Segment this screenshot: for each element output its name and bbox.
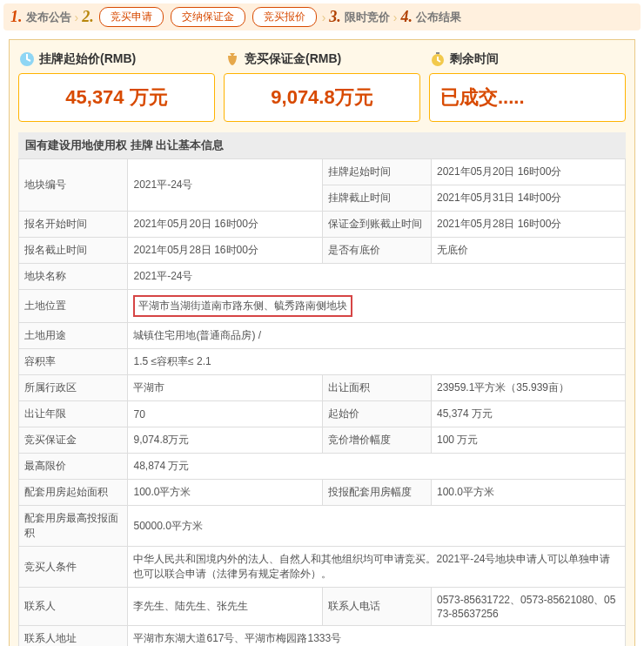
label-land-use: 土地用途 bbox=[19, 323, 128, 349]
value-list-start: 2021年05月20日 16时00分 bbox=[431, 159, 625, 185]
table-row: 竞买人条件 中华人民共和国境内外的法人、自然人和其他组织均可申请竞买。2021平… bbox=[19, 547, 626, 588]
metric-deposit-label: 竞买保证金(RMB) bbox=[245, 51, 341, 67]
label-start-price: 起始价 bbox=[322, 401, 431, 427]
label-location: 土地位置 bbox=[19, 290, 128, 323]
value-contact-tel: 0573-85631722、0573-85621080、0573-8563725… bbox=[431, 588, 625, 626]
table-row: 联系人地址 平湖市东湖大道617号、平湖市梅园路1333号 bbox=[19, 626, 626, 647]
metric-time-left-head: 剩余时间 bbox=[429, 50, 626, 68]
label-has-reserve: 是否有底价 bbox=[322, 238, 431, 264]
value-increment: 100 万元 bbox=[431, 427, 625, 454]
metric-time-left-value: 已成交..... bbox=[429, 73, 626, 122]
table-row: 报名截止时间 2021年05月28日 16时00分 是否有底价 无底价 bbox=[19, 238, 626, 264]
value-ptf-max: 50000.0平方米 bbox=[128, 506, 626, 547]
table-row: 联系人 李先生、陆先生、张先生 联系人电话 0573-85631722、0573… bbox=[19, 588, 626, 626]
value-district: 平湖市 bbox=[128, 375, 322, 401]
label-far: 容积率 bbox=[19, 349, 128, 375]
value-deposit-deadline: 2021年05月28日 16时00分 bbox=[431, 212, 625, 238]
listing-card: 挂牌起始价(RMB) 45,374 万元 竞买保证金(RMB) 9,074.8万… bbox=[9, 39, 635, 646]
table-row: 所属行政区 平湖市 出让面积 23959.1平方米（35.939亩） bbox=[19, 375, 626, 401]
label-ptf-max: 配套用房最高投报面积 bbox=[19, 506, 128, 547]
step-2-pill-apply: 竞买申请 bbox=[99, 7, 164, 27]
label-area: 出让面积 bbox=[322, 375, 431, 401]
label-years: 出让年限 bbox=[19, 401, 128, 427]
process-steps-bar: 1. 发布公告 › 2. 竞买申请 交纳保证金 竞买报价 › 3. 限时竞价 ›… bbox=[3, 3, 641, 30]
value-max-price: 48,874 万元 bbox=[128, 454, 626, 480]
step-sep: › bbox=[75, 10, 79, 24]
step-3-label: 限时竞价 bbox=[345, 10, 390, 25]
timer-icon bbox=[429, 50, 446, 68]
value-bid-deposit: 9,074.8万元 bbox=[128, 427, 322, 454]
label-deposit-deadline: 保证金到账截止时间 bbox=[322, 212, 431, 238]
metric-deposit-value: 9,074.8万元 bbox=[224, 73, 420, 122]
label-ptf-start: 配套用房起始面积 bbox=[19, 480, 128, 506]
basic-info-table: 地块编号 2021平-24号 挂牌起始时间 2021年05月20日 16时00分… bbox=[18, 158, 626, 646]
metric-start-price-head: 挂牌起始价(RMB) bbox=[18, 50, 215, 68]
metrics-row: 挂牌起始价(RMB) 45,374 万元 竞买保证金(RMB) 9,074.8万… bbox=[18, 50, 626, 122]
table-row: 土地用途 城镇住宅用地(普通商品房) / bbox=[19, 323, 626, 349]
value-land-use: 城镇住宅用地(普通商品房) / bbox=[128, 323, 626, 349]
step-1-num: 1. bbox=[10, 8, 23, 26]
label-district: 所属行政区 bbox=[19, 375, 128, 401]
table-row: 地块名称 2021平-24号 bbox=[19, 264, 626, 290]
label-contact: 联系人 bbox=[19, 588, 128, 626]
value-contact: 李先生、陆先生、张先生 bbox=[128, 588, 322, 626]
metric-start-price-label: 挂牌起始价(RMB) bbox=[39, 51, 136, 67]
label-bid-deposit: 竞买保证金 bbox=[19, 427, 128, 454]
value-plot-id: 2021平-24号 bbox=[128, 159, 322, 212]
step-3-num: 3. bbox=[329, 8, 341, 26]
step-sep: › bbox=[393, 10, 398, 24]
label-plot-id: 地块编号 bbox=[19, 159, 128, 212]
table-row: 配套用房最高投报面积 50000.0平方米 bbox=[19, 506, 626, 547]
step-1-label: 发布公告 bbox=[26, 10, 71, 25]
step-2-pill-deposit: 交纳保证金 bbox=[171, 7, 245, 27]
value-plot-name: 2021平-24号 bbox=[128, 264, 626, 290]
value-ptf-increment: 100.0平方米 bbox=[431, 480, 625, 506]
metric-start-price-value: 45,374 万元 bbox=[18, 73, 215, 122]
label-apply-end: 报名截止时间 bbox=[19, 238, 128, 264]
label-list-end: 挂牌截止时间 bbox=[322, 185, 431, 212]
value-far: 1.5 ≤容积率≤ 2.1 bbox=[128, 349, 626, 375]
step-4-label: 公布结果 bbox=[416, 10, 461, 25]
clock-icon bbox=[18, 50, 36, 68]
value-apply-end: 2021年05月28日 16时00分 bbox=[128, 238, 322, 264]
moneybag-icon bbox=[224, 50, 241, 68]
metric-time-left: 剩余时间 已成交..... bbox=[429, 50, 626, 122]
step-2-pill-quote: 竞买报价 bbox=[252, 7, 317, 27]
table-row: 出让年限 70 起始价 45,374 万元 bbox=[19, 401, 626, 427]
table-row: 地块编号 2021平-24号 挂牌起始时间 2021年05月20日 16时00分 bbox=[19, 159, 626, 185]
table-row: 最高限价 48,874 万元 bbox=[19, 454, 626, 480]
label-bidder-req: 竞买人条件 bbox=[19, 547, 128, 588]
value-apply-start: 2021年05月20日 16时00分 bbox=[128, 212, 322, 238]
value-list-end: 2021年05月31日 14时00分 bbox=[431, 185, 625, 212]
table-row: 报名开始时间 2021年05月20日 16时00分 保证金到账截止时间 2021… bbox=[19, 212, 626, 238]
value-start-price: 45,374 万元 bbox=[431, 401, 625, 427]
table-row: 容积率 1.5 ≤容积率≤ 2.1 bbox=[19, 349, 626, 375]
label-contact-tel: 联系人电话 bbox=[322, 588, 431, 626]
step-2-num: 2. bbox=[82, 8, 94, 26]
value-years: 70 bbox=[128, 401, 322, 427]
value-area: 23959.1平方米（35.939亩） bbox=[431, 375, 625, 401]
value-ptf-start: 100.0平方米 bbox=[128, 480, 322, 506]
metric-deposit-head: 竞买保证金(RMB) bbox=[224, 50, 420, 68]
metric-time-left-label: 剩余时间 bbox=[450, 51, 499, 67]
value-bidder-req: 中华人民共和国境内外的法人、自然人和其他组织均可申请竞买。2021平-24号地块… bbox=[128, 547, 626, 588]
svg-rect-2 bbox=[436, 52, 439, 54]
label-max-price: 最高限价 bbox=[19, 454, 128, 480]
label-plot-name: 地块名称 bbox=[19, 264, 128, 290]
table-row: 土地位置 平湖市当湖街道南市路东侧、毓秀路南侧地块 bbox=[19, 290, 626, 323]
label-contact-addr: 联系人地址 bbox=[19, 626, 128, 647]
metric-deposit: 竞买保证金(RMB) 9,074.8万元 bbox=[224, 50, 420, 122]
label-apply-start: 报名开始时间 bbox=[19, 212, 128, 238]
value-contact-addr: 平湖市东湖大道617号、平湖市梅园路1333号 bbox=[128, 626, 626, 647]
step-sep: › bbox=[322, 10, 326, 24]
section-title-basic-info: 国有建设用地使用权 挂牌 出让基本信息 bbox=[18, 132, 626, 158]
table-row: 配套用房起始面积 100.0平方米 投报配套用房幅度 100.0平方米 bbox=[19, 480, 626, 506]
label-ptf-increment: 投报配套用房幅度 bbox=[322, 480, 431, 506]
metric-start-price: 挂牌起始价(RMB) 45,374 万元 bbox=[18, 50, 215, 122]
value-location-highlight: 平湖市当湖街道南市路东侧、毓秀路南侧地块 bbox=[133, 295, 352, 317]
table-row: 竞买保证金 9,074.8万元 竞价增价幅度 100 万元 bbox=[19, 427, 626, 454]
label-list-start: 挂牌起始时间 bbox=[322, 159, 431, 185]
step-4-num: 4. bbox=[401, 8, 413, 26]
value-location: 平湖市当湖街道南市路东侧、毓秀路南侧地块 bbox=[128, 290, 626, 323]
label-increment: 竞价增价幅度 bbox=[322, 427, 431, 454]
